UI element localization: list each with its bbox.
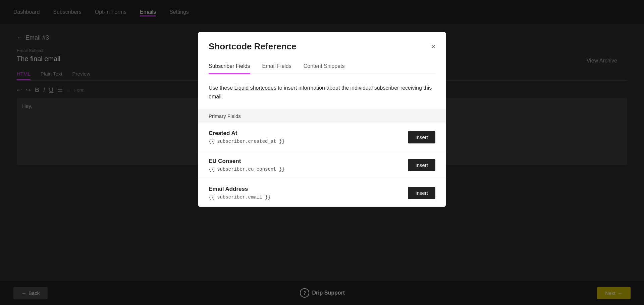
field-name-email-address: Email Address: [209, 186, 408, 192]
field-row-created-at: Created At {{ subscriber.created_at }} I…: [198, 123, 446, 151]
field-row-eu-consent: EU Consent {{ subscriber.eu_consent }} I…: [198, 151, 446, 179]
modal-tab-subscriber-fields[interactable]: Subscriber Fields: [209, 60, 250, 74]
shortcode-reference-modal: Shortcode Reference × Subscriber Fields …: [198, 32, 446, 207]
description-prefix: Use these: [209, 85, 234, 91]
insert-button-eu-consent[interactable]: Insert: [408, 159, 435, 171]
field-info-created-at: Created At {{ subscriber.created_at }}: [209, 130, 408, 144]
modal-close-button[interactable]: ×: [431, 43, 435, 50]
modal-title: Shortcode Reference: [209, 41, 297, 52]
modal-tab-email-fields[interactable]: Email Fields: [262, 60, 291, 74]
field-code-created-at: {{ subscriber.created_at }}: [209, 139, 408, 144]
insert-button-email-address[interactable]: Insert: [408, 187, 435, 199]
field-name-created-at: Created At: [209, 130, 408, 137]
field-info-eu-consent: EU Consent {{ subscriber.eu_consent }}: [209, 158, 408, 172]
insert-button-created-at[interactable]: Insert: [408, 131, 435, 143]
field-row-email-address: Email Address {{ subscriber.email }} Ins…: [198, 179, 446, 207]
modal-body: Use these Liquid shortcodes to insert in…: [198, 74, 446, 207]
liquid-shortcodes-link[interactable]: Liquid shortcodes: [234, 85, 276, 91]
field-code-email-address: {{ subscriber.email }}: [209, 194, 408, 200]
modal-title-row: Shortcode Reference ×: [209, 41, 435, 52]
modal-tabs: Subscriber Fields Email Fields Content S…: [209, 60, 435, 74]
field-code-eu-consent: {{ subscriber.eu_consent }}: [209, 167, 408, 172]
field-name-eu-consent: EU Consent: [209, 158, 408, 165]
modal-header: Shortcode Reference × Subscriber Fields …: [198, 32, 446, 74]
modal-tab-content-snippets[interactable]: Content Snippets: [304, 60, 345, 74]
primary-fields-section-header: Primary Fields: [198, 109, 446, 123]
modal-description: Use these Liquid shortcodes to insert in…: [198, 74, 446, 109]
field-info-email-address: Email Address {{ subscriber.email }}: [209, 186, 408, 200]
